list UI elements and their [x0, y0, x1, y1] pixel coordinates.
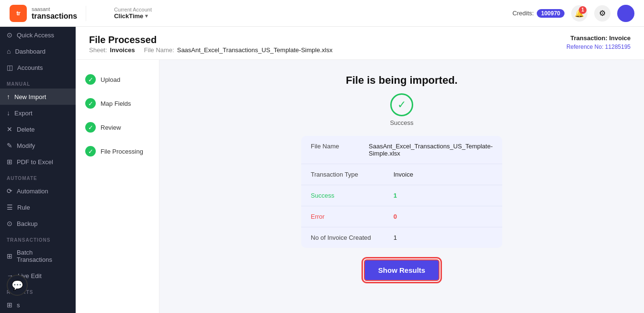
- main-layout: ⊙ Quick Access ⌂ Dashboard ◫ Accounts MA…: [0, 27, 644, 313]
- sidebar-item-automation[interactable]: ⟳ Automation: [0, 183, 76, 199]
- credits-label: Credits:: [512, 10, 534, 17]
- review-check-icon: ✓: [85, 122, 96, 133]
- chevron-down-icon: ▾: [145, 13, 148, 19]
- step-file-processing-label: File Processing: [101, 148, 143, 155]
- sidebar-item-backup[interactable]: ⊙ Backup: [0, 215, 76, 232]
- sidebar-item-accounts[interactable]: ◫ Accounts: [0, 59, 76, 76]
- sidebar-item-label: Batch Transactions: [17, 249, 69, 263]
- info-key: Transaction Type: [311, 171, 394, 178]
- sidebar-item-label: Quick Access: [17, 32, 54, 39]
- pdf-icon: ⊞: [7, 158, 12, 166]
- batch-icon: ⊞: [7, 252, 12, 260]
- app-name: saasant transactions: [32, 6, 77, 21]
- filename-value: SaasAnt_Excel_Transactions_US_Template-S…: [177, 46, 333, 54]
- transaction-info: Transaction: Invoice Reference No: 11285…: [566, 34, 631, 50]
- account-label: Current Account: [114, 7, 152, 12]
- info-val-invoice-created: 1: [394, 234, 493, 241]
- rule-icon: ☰: [7, 203, 13, 211]
- logo-icon: tr: [10, 5, 27, 22]
- sheet-info: Sheet: Invoices File Name: SaasAnt_Excel…: [89, 46, 332, 54]
- sidebar-item-modify[interactable]: ✎ Modify: [0, 137, 76, 154]
- info-row-error: Error 0: [301, 206, 502, 227]
- sidebar-item-label: s: [17, 302, 20, 309]
- backup-icon: ⊙: [7, 220, 12, 227]
- header-right: Credits: 100970 🔔 1 ⚙: [512, 5, 634, 22]
- modify-icon: ✎: [7, 142, 12, 149]
- reports-icon: ⊞: [7, 301, 12, 309]
- chat-bubble-button[interactable]: 💬: [7, 275, 28, 296]
- export-icon: ↓: [7, 109, 10, 117]
- notifications-button[interactable]: 🔔 1: [571, 5, 588, 22]
- import-title: File is being imported.: [346, 74, 457, 87]
- sidebar-item-batch-transactions[interactable]: ⊞ Batch Transactions: [0, 245, 76, 268]
- filename-label: File Name:: [144, 46, 174, 54]
- sidebar-item-label: PDF to Excel: [17, 158, 53, 166]
- sidebar-item-label: Backup: [17, 220, 37, 227]
- sidebar-item-label: New Import: [14, 93, 46, 101]
- sheet-value: Invoices: [110, 46, 135, 54]
- sidebar-item-label: Dashboard: [15, 48, 45, 55]
- info-card: File Name SaasAnt_Excel_Transactions_US_…: [301, 136, 502, 248]
- info-row-transaction-type: Transaction Type Invoice: [301, 164, 502, 185]
- logo-area: tr saasant transactions: [10, 5, 77, 22]
- transaction-label: Transaction: Invoice: [566, 34, 631, 42]
- content-area: File Processed Sheet: Invoices File Name…: [76, 27, 644, 313]
- sidebar-item-label: Modify: [17, 142, 35, 149]
- show-results-button[interactable]: Show Results: [364, 259, 440, 281]
- top-header: tr saasant transactions Current Account …: [0, 0, 644, 27]
- success-check-icon: ✓: [390, 93, 413, 116]
- main-content: File is being imported. ✓ Success File N…: [159, 60, 644, 313]
- account-name[interactable]: ClickTime ▾: [114, 12, 152, 20]
- info-val-filename: SaasAnt_Excel_Transactions_US_Template-S…: [369, 143, 493, 157]
- step-map-fields: ✓ Map Fields: [85, 98, 149, 109]
- sidebar-item-label: Rule: [17, 204, 30, 211]
- dashboard-icon: ⌂: [7, 47, 11, 55]
- step-review: ✓ Review: [85, 122, 149, 133]
- sidebar-item-quick-access[interactable]: ⊙ Quick Access: [0, 27, 76, 43]
- steps-panel: ✓ Upload ✓ Map Fields ✓ Review ✓ File Pr…: [76, 60, 159, 313]
- step-upload-label: Upload: [101, 76, 120, 83]
- account-switcher[interactable]: Current Account ClickTime ▾: [114, 7, 152, 20]
- sidebar-item-delete[interactable]: ✕ Delete: [0, 121, 76, 137]
- step-review-label: Review: [101, 124, 121, 131]
- sidebar: ⊙ Quick Access ⌂ Dashboard ◫ Accounts MA…: [0, 27, 76, 313]
- sidebar-item-label: Accounts: [17, 64, 43, 71]
- info-key-error: Error: [311, 213, 394, 220]
- automate-section-label: AUTOMATE: [0, 170, 76, 183]
- info-val-error: 0: [394, 213, 493, 220]
- sidebar-item-label: Export: [14, 110, 33, 117]
- map-fields-check-icon: ✓: [85, 98, 96, 109]
- delete-icon: ✕: [7, 125, 12, 133]
- credits-badge: 100970: [537, 9, 565, 18]
- ref-no: Reference No: 11285195: [566, 44, 631, 50]
- page-header: File Processed Sheet: Invoices File Name…: [76, 27, 644, 60]
- quick-access-icon: ⊙: [7, 31, 12, 39]
- sidebar-item-pdf-to-excel[interactable]: ⊞ PDF to Excel: [0, 154, 76, 170]
- info-val-success: 1: [394, 192, 493, 199]
- new-import-icon: ↑: [7, 93, 10, 101]
- info-key-success: Success: [311, 192, 394, 199]
- step-upload: ✓ Upload: [85, 74, 149, 85]
- sidebar-item-rule[interactable]: ☰ Rule: [0, 199, 76, 215]
- sidebar-item-reports[interactable]: ⊞ s: [0, 297, 76, 313]
- settings-button[interactable]: ⚙: [594, 5, 610, 22]
- user-avatar-button[interactable]: [617, 5, 634, 22]
- manual-section-label: MANUAL: [0, 76, 76, 89]
- info-key-invoice-created: No of Invoice Created: [311, 234, 394, 241]
- file-processing-check-icon: ✓: [85, 146, 96, 156]
- success-text: Success: [390, 119, 413, 126]
- info-row-invoice-created: No of Invoice Created 1: [301, 227, 502, 248]
- upload-check-icon: ✓: [85, 74, 96, 85]
- sidebar-item-label: Delete: [17, 126, 35, 133]
- sidebar-item-dashboard[interactable]: ⌂ Dashboard: [0, 43, 76, 59]
- sidebar-item-export[interactable]: ↓ Export: [0, 105, 76, 121]
- transactions-section-label: TRANSACTIONS: [0, 232, 76, 245]
- automation-icon: ⟳: [7, 187, 12, 195]
- page-title: File Processed: [89, 34, 332, 45]
- sheet-label: Sheet:: [89, 46, 107, 54]
- step-file-processing: ✓ File Processing: [85, 146, 149, 156]
- info-row-filename: File Name SaasAnt_Excel_Transactions_US_…: [301, 136, 502, 164]
- sidebar-item-new-import[interactable]: ↑ New Import: [0, 89, 76, 105]
- accounts-icon: ◫: [7, 64, 13, 71]
- notification-count: 1: [579, 6, 587, 14]
